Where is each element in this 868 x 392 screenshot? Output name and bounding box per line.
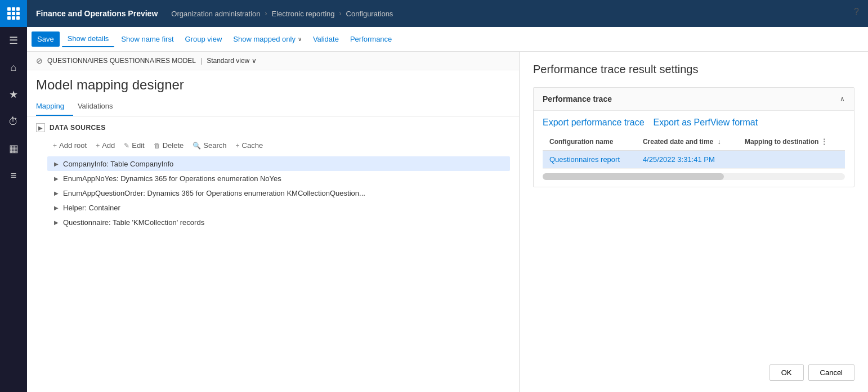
grid-icon bbox=[7, 7, 20, 20]
col-config-name[interactable]: Configuration name bbox=[543, 133, 636, 151]
performance-trace-section: Performance trace ∧ Export performance t… bbox=[533, 87, 854, 187]
cancel-button[interactable]: Cancel bbox=[808, 364, 854, 381]
search-button[interactable]: 🔍 Search bbox=[189, 139, 230, 152]
tree-item-2[interactable]: ▶ EnumAppQuestionOrder: Dynamics 365 for… bbox=[47, 186, 510, 200]
edit-icon: ✎ bbox=[124, 142, 129, 150]
breadcrumb-configurations[interactable]: Configurations bbox=[346, 10, 393, 18]
performance-trace-table: Configuration name Created date and time… bbox=[543, 133, 845, 169]
ok-button[interactable]: OK bbox=[769, 364, 804, 381]
col-mapping-destination[interactable]: Mapping to destination ⋮ bbox=[738, 133, 845, 151]
delete-icon: 🗑 bbox=[154, 142, 160, 150]
panel-title: Performance trace result settings bbox=[533, 63, 854, 76]
show-mapped-only-chevron: ∨ bbox=[298, 36, 302, 42]
add-icon: + bbox=[96, 142, 100, 150]
left-panel: ⊘ QUESTIONNAIRES QUESTIONNAIRES MODEL | … bbox=[27, 52, 520, 392]
export-performance-trace-link[interactable]: Export performance trace bbox=[543, 118, 645, 128]
save-button[interactable]: Save bbox=[32, 31, 60, 47]
sidebar-list-button[interactable]: ≡ bbox=[0, 162, 27, 189]
cache-icon: + bbox=[236, 142, 240, 150]
edit-button[interactable]: ✎ Edit bbox=[120, 139, 147, 152]
tree-expand-1[interactable]: ▶ bbox=[52, 174, 61, 183]
export-perfview-link[interactable]: Export as PerfView format bbox=[654, 118, 758, 128]
help-icon[interactable]: ? bbox=[854, 7, 859, 17]
sidebar-workspaces-button[interactable]: ▦ bbox=[0, 135, 27, 162]
show-details-button[interactable]: Show details bbox=[62, 31, 115, 47]
tree-expand-2[interactable]: ▶ bbox=[52, 188, 61, 197]
filter-icon[interactable]: ⊘ bbox=[36, 56, 43, 65]
tree-expand-0[interactable]: ▶ bbox=[52, 159, 61, 168]
show-mapped-only-button[interactable]: Show mapped only ∨ bbox=[229, 31, 306, 47]
main-area: Finance and Operations Preview Organizat… bbox=[27, 0, 868, 392]
collapse-section-button[interactable]: ∧ bbox=[840, 95, 845, 103]
model-breadcrumb: QUESTIONNAIRES QUESTIONNAIRES MODEL bbox=[47, 57, 196, 65]
table-container: Configuration name Created date and time… bbox=[543, 133, 845, 169]
table-horizontal-scrollbar[interactable] bbox=[543, 173, 845, 180]
table-row[interactable]: Questionnaires report 4/25/2022 3:31:41 … bbox=[543, 151, 845, 169]
validate-button[interactable]: Validate bbox=[308, 31, 343, 47]
top-nav-bar: Finance and Operations Preview Organizat… bbox=[27, 0, 868, 27]
data-sources-expand-btn[interactable]: ▶ bbox=[36, 123, 45, 132]
group-view-button[interactable]: Group view bbox=[181, 31, 227, 47]
show-name-first-button[interactable]: Show name first bbox=[117, 31, 178, 47]
content-area: ⊘ QUESTIONNAIRES QUESTIONNAIRES MODEL | … bbox=[27, 52, 868, 392]
performance-button[interactable]: Performance bbox=[346, 31, 396, 47]
tabs-bar: Mapping Validations bbox=[27, 97, 519, 116]
search-icon: 🔍 bbox=[193, 142, 201, 150]
app-launcher-button[interactable] bbox=[0, 0, 27, 27]
delete-button[interactable]: 🗑 Delete bbox=[150, 139, 187, 152]
cache-button[interactable]: + Cache bbox=[232, 139, 267, 152]
table-header-row: Configuration name Created date and time… bbox=[543, 133, 845, 151]
data-sources-title: DATA SOURCES bbox=[50, 124, 106, 132]
tab-mapping[interactable]: Mapping bbox=[36, 97, 73, 116]
add-root-icon: + bbox=[53, 142, 57, 150]
scrollbar-thumb[interactable] bbox=[543, 173, 724, 180]
breadcrumb-org-admin[interactable]: Organization administration bbox=[171, 10, 260, 18]
panel-footer: OK Cancel bbox=[533, 355, 854, 381]
tree-item-1[interactable]: ▶ EnumAppNoYes: Dynamics 365 for Operati… bbox=[47, 171, 510, 186]
sort-icon: ↓ bbox=[718, 138, 721, 146]
tab-validations[interactable]: Validations bbox=[78, 97, 122, 116]
right-panel: Performance trace result settings Perfor… bbox=[520, 52, 868, 392]
data-sources-area: ▶ DATA SOURCES + Add root + Add ✎ E bbox=[27, 116, 519, 392]
breadcrumb: Organization administration › Electronic… bbox=[162, 10, 393, 18]
column-more-icon[interactable]: ⋮ bbox=[821, 138, 827, 146]
breadcrumb-bar: ⊘ QUESTIONNAIRES QUESTIONNAIRES MODEL | … bbox=[27, 52, 519, 70]
action-bar: + Add root + Add ✎ Edit 🗑 Delete bbox=[36, 139, 510, 152]
section-card-title: Performance trace bbox=[543, 94, 612, 103]
sidebar: ☰ ⌂ ★ ⏱ ▦ ≡ bbox=[0, 0, 27, 392]
cell-config-name: Questionnaires report bbox=[543, 151, 636, 169]
cell-created-date: 4/25/2022 3:31:41 PM bbox=[636, 151, 738, 169]
toolbar: Save Show details Show name first Group … bbox=[27, 27, 868, 52]
add-root-button[interactable]: + Add root bbox=[50, 139, 90, 152]
tree-view: ▶ CompanyInfo: Table CompanyInfo ▶ EnumA… bbox=[36, 156, 510, 229]
tree-item-0[interactable]: ▶ CompanyInfo: Table CompanyInfo bbox=[47, 156, 510, 171]
tree-expand-4[interactable]: ▶ bbox=[52, 218, 61, 227]
app-title: Finance and Operations Preview bbox=[36, 9, 158, 18]
tree-item-4[interactable]: ▶ Questionnaire: Table 'KMCollection' re… bbox=[47, 215, 510, 229]
sidebar-menu-button[interactable]: ☰ bbox=[0, 27, 27, 54]
sidebar-home-button[interactable]: ⌂ bbox=[0, 54, 27, 81]
view-select-chevron: ∨ bbox=[252, 57, 257, 65]
breadcrumb-electronic-reporting[interactable]: Electronic reporting bbox=[272, 10, 335, 18]
cell-mapping bbox=[738, 151, 845, 169]
sidebar-recent-button[interactable]: ⏱ bbox=[0, 108, 27, 135]
view-select-button[interactable]: Standard view ∨ bbox=[207, 57, 257, 65]
tree-item-3[interactable]: ▶ Helper: Container bbox=[47, 200, 510, 215]
page-title: Model mapping designer bbox=[36, 77, 510, 93]
sidebar-favorites-button[interactable]: ★ bbox=[0, 81, 27, 108]
col-created-date[interactable]: Created date and time ↓ bbox=[636, 133, 738, 151]
add-button[interactable]: + Add bbox=[92, 139, 118, 152]
tree-expand-3[interactable]: ▶ bbox=[52, 203, 61, 212]
